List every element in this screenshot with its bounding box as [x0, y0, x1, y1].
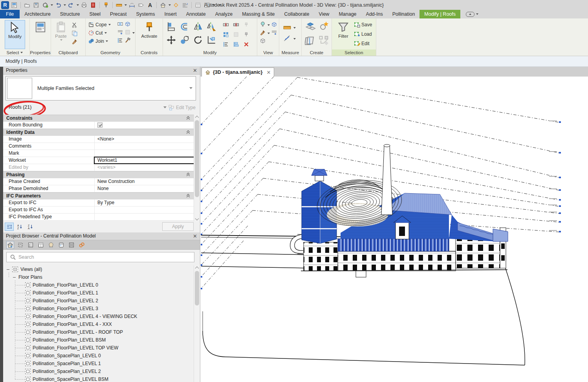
- selection-box-icon[interactable]: [16, 241, 24, 249]
- browser-scrollbar[interactable]: [194, 265, 200, 382]
- tab-analyze[interactable]: Analyze: [211, 10, 237, 18]
- tag-icon[interactable]: [137, 1, 145, 9]
- property-row[interactable]: Phase DemolishedNone: [3, 185, 194, 192]
- move-icon[interactable]: [166, 35, 180, 48]
- undo-icon[interactable]: [54, 1, 62, 9]
- tab-manage[interactable]: Manage: [334, 10, 361, 18]
- visibility-icon[interactable]: [194, 1, 202, 9]
- cut-geometry-button[interactable]: Cut: [88, 29, 111, 37]
- tab-pollination[interactable]: Pollination: [388, 10, 420, 18]
- pin-icon[interactable]: [102, 1, 110, 9]
- tab-annotate[interactable]: Annotate: [181, 10, 211, 18]
- trim-extend-icon[interactable]: [206, 35, 220, 48]
- sync-with-central-icon[interactable]: [41, 1, 49, 9]
- tab-massing-site[interactable]: Massing & Site: [237, 10, 279, 18]
- home-icon[interactable]: [159, 1, 167, 9]
- tab-steel[interactable]: Steel: [85, 10, 106, 18]
- section-box-icon[interactable]: [271, 21, 277, 29]
- revit-logo-icon[interactable]: R: [1, 1, 9, 9]
- tab-modify-roofs[interactable]: Modify | Roofs: [419, 10, 460, 18]
- facade-left-block[interactable]: [304, 242, 341, 271]
- 3d-view-scene[interactable]: [200, 77, 588, 382]
- property-row[interactable]: Comments: [3, 143, 194, 150]
- sheets-icon[interactable]: [37, 241, 45, 249]
- property-row[interactable]: Room Bounding: [3, 122, 194, 129]
- mirror-draw-axis-icon[interactable]: [206, 22, 220, 35]
- properties-palette-header[interactable]: Properties ✕: [3, 67, 200, 75]
- customize-quick-access-icon[interactable]: ▾: [216, 1, 224, 9]
- create-assembly-icon[interactable]: [305, 35, 318, 49]
- tab-architecture[interactable]: Architecture: [20, 10, 55, 18]
- property-row[interactable]: IFC Predefined Type: [3, 214, 194, 221]
- unpin-icon[interactable]: [243, 22, 253, 31]
- selection-count-label[interactable]: Roofs (21): [9, 104, 31, 110]
- create-group-icon[interactable]: [318, 21, 332, 35]
- entrance-bay[interactable]: [356, 271, 366, 277]
- chimney[interactable]: [381, 144, 392, 215]
- group-identity-data[interactable]: Identity Data: [3, 129, 194, 136]
- apply-button[interactable]: Apply: [162, 222, 194, 231]
- close-icon[interactable]: ✕: [193, 232, 197, 240]
- temporary-hide-icon[interactable]: [260, 21, 266, 29]
- edit-selection-button[interactable]: Edit: [354, 39, 372, 48]
- override-graphics-icon[interactable]: [260, 29, 266, 37]
- group-ifc-parameters[interactable]: IFC Parameters: [3, 192, 194, 199]
- properties-scrollbar[interactable]: [194, 115, 200, 221]
- tab-systems[interactable]: Systems: [131, 10, 159, 18]
- tab-structure[interactable]: Structure: [55, 10, 85, 18]
- type-selector[interactable]: Multiple Families Selected: [5, 76, 196, 101]
- tab-precast[interactable]: Precast: [105, 10, 131, 18]
- tree-item[interactable]: Pollination_FloorPlan_LEVEL - ROOF TOP: [3, 328, 194, 336]
- mirror-pick-axis-icon[interactable]: [193, 22, 206, 35]
- tab-view[interactable]: View: [314, 10, 334, 18]
- tree-item[interactable]: Pollination_FloorPlan_LEVEL 1: [3, 289, 194, 297]
- scale-icon[interactable]: [233, 31, 243, 41]
- schedules-icon[interactable]: [27, 241, 35, 249]
- create-parts-icon[interactable]: [305, 21, 318, 35]
- property-row[interactable]: Phase CreatedNew Construction: [3, 178, 194, 185]
- property-row[interactable]: Export to IFC As: [3, 207, 194, 214]
- tower-cupola[interactable]: [311, 169, 327, 181]
- tree-item[interactable]: Pollination_SpacePlan_LEVEL 2: [3, 367, 194, 375]
- create-similar-icon[interactable]: [318, 35, 332, 49]
- tab-insert[interactable]: Insert: [159, 10, 181, 18]
- export-icon[interactable]: [89, 1, 97, 9]
- collapse-icon[interactable]: [6, 268, 10, 271]
- close-view-icon[interactable]: ✕: [266, 69, 271, 75]
- tree-item[interactable]: Pollination_FloorPlan_LEVEL 0: [3, 281, 194, 289]
- apply-coping-icon[interactable]: [125, 29, 131, 37]
- facade-right-block[interactable]: [456, 238, 500, 268]
- sort-descending-button[interactable]: [26, 223, 35, 231]
- tab-file[interactable]: File: [0, 10, 20, 18]
- cope-button[interactable]: Cope: [88, 20, 111, 29]
- text-icon[interactable]: A: [146, 1, 154, 9]
- collapse-icon[interactable]: [13, 276, 16, 279]
- revit-links-icon[interactable]: [78, 241, 86, 249]
- offset-icon[interactable]: [180, 22, 193, 35]
- materials-icon[interactable]: [47, 241, 55, 249]
- save-icon[interactable]: [32, 1, 40, 9]
- view-tab-3d[interactable]: {3D - tijana.smiljanic} ✕: [201, 68, 274, 77]
- thin-lines-icon[interactable]: [181, 1, 189, 9]
- aligned-dimension-icon[interactable]: [128, 1, 136, 9]
- legends-icon[interactable]: [57, 241, 65, 249]
- wall-opening-icon[interactable]: [117, 21, 123, 28]
- tree-item[interactable]: Pollination_FloorPlan_LEVEL 4 - XXX: [3, 320, 194, 328]
- building-model[interactable]: [290, 144, 508, 277]
- linework-icon[interactable]: [271, 29, 277, 37]
- room-bounding-checkbox[interactable]: [97, 122, 103, 128]
- redo-icon[interactable]: [67, 1, 75, 9]
- group-constraints[interactable]: Constraints: [3, 115, 194, 122]
- tree-item[interactable]: Pollination_FloorPlan_LEVEL 4 - VIEWING …: [3, 313, 194, 320]
- save-selection-button[interactable]: Save: [354, 20, 372, 29]
- close-icon[interactable]: ✕: [193, 67, 197, 74]
- tree-item[interactable]: Pollination_SpacePlan_LEVEL 1: [3, 360, 194, 367]
- ribbon-display-toggle[interactable]: [466, 10, 478, 18]
- property-row[interactable]: Export to IFCBy Type: [3, 199, 194, 207]
- properties-order-button[interactable]: [5, 223, 14, 231]
- pin-element-icon[interactable]: [243, 31, 253, 41]
- cut-to-clipboard-icon[interactable]: [71, 21, 78, 29]
- beam-opening-icon[interactable]: [125, 21, 131, 28]
- tree-item[interactable]: Pollination_SpacePlan_LEVEL 0: [3, 352, 194, 360]
- displace-elements-icon[interactable]: [260, 38, 266, 45]
